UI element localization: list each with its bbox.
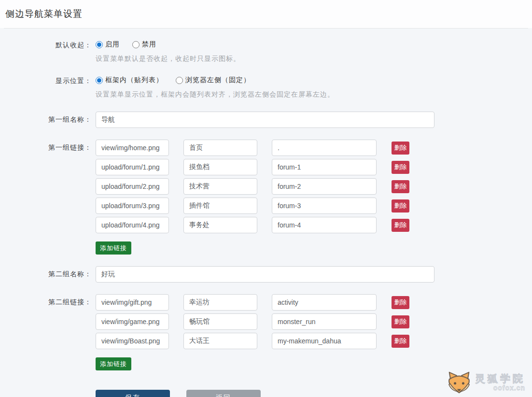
group2-links-label: 第二组链接： xyxy=(0,294,92,307)
group1-delete-button[interactable]: 删除 xyxy=(392,219,409,232)
group1-name-input[interactable] xyxy=(96,112,434,128)
position-option-label: 框架内（贴列表） xyxy=(105,76,163,85)
position-label: 显示位置： xyxy=(0,76,92,85)
group1-link-row: 删除 xyxy=(96,217,409,233)
group2-link-icon-input[interactable] xyxy=(96,333,169,349)
position-option-label: 浏览器左侧（固定） xyxy=(185,76,251,85)
group1-link-title-input[interactable] xyxy=(183,159,257,175)
group1-link-url-input[interactable] xyxy=(272,159,377,175)
group1-delete-button[interactable]: 删除 xyxy=(392,142,409,155)
group1-link-title-input[interactable] xyxy=(183,217,257,233)
position-help-row: 设置菜单显示位置，框架内会随列表对齐，浏览器左侧会固定在屏幕左边。 xyxy=(0,90,532,99)
watermark-name: 灵狐学院 xyxy=(475,373,525,384)
collapse-help-text: 设置菜单默认是否收起，收起时只显示图标。 xyxy=(96,55,240,63)
group1-link-icon-input[interactable] xyxy=(96,217,169,233)
group2-link-row: 删除 xyxy=(96,333,409,349)
collapse-setting-row: 默认收起： 启用禁用 xyxy=(0,40,532,50)
group2-link-url-input[interactable] xyxy=(272,313,377,330)
group1-link-url-input[interactable] xyxy=(272,198,377,214)
group1-links-row: 第一组链接： 删除删除删除删除删除 添加链接 xyxy=(0,140,532,266)
group2-link-title-input[interactable] xyxy=(183,313,257,330)
group1-links-list: 删除删除删除删除删除 xyxy=(96,140,409,236)
group1-link-title-input[interactable] xyxy=(183,198,257,214)
group1-link-url-input[interactable] xyxy=(272,217,377,233)
group2-link-url-input[interactable] xyxy=(272,333,377,349)
group2-link-row: 删除 xyxy=(96,294,409,311)
collapse-radio-group: 启用禁用 xyxy=(96,40,169,49)
group1-link-icon-input[interactable] xyxy=(96,140,169,156)
position-option-1[interactable]: 浏览器左侧（固定） xyxy=(176,76,251,85)
group2-link-icon-input[interactable] xyxy=(96,294,169,311)
group1-link-icon-input[interactable] xyxy=(96,178,169,195)
position-help-text: 设置菜单显示位置，框架内会随列表对齐，浏览器左侧会固定在屏幕左边。 xyxy=(96,90,335,99)
group2-add-link-button[interactable]: 添加链接 xyxy=(96,357,131,370)
group2-links-row: 第二组链接： 删除删除删除 添加链接 xyxy=(0,294,532,382)
collapse-option-label: 启用 xyxy=(105,40,120,49)
group1-link-row: 删除 xyxy=(96,140,409,156)
group1-delete-button[interactable]: 删除 xyxy=(392,199,409,213)
group2-name-input[interactable] xyxy=(96,266,434,283)
save-button[interactable]: 保存 xyxy=(96,390,170,397)
collapse-option-0[interactable]: 启用 xyxy=(96,40,120,49)
position-radio-0[interactable] xyxy=(96,77,103,84)
group2-delete-button[interactable]: 删除 xyxy=(392,315,409,328)
group1-link-title-input[interactable] xyxy=(183,178,257,195)
collapse-help-row: 设置菜单默认是否收起，收起时只显示图标。 xyxy=(0,55,532,63)
watermark-site: oofox.cn xyxy=(493,384,525,392)
page-header: 侧边导航菜单设置 xyxy=(0,0,532,28)
watermark: 灵狐学院 oofox.cn xyxy=(446,371,525,394)
group1-link-url-input[interactable] xyxy=(272,140,377,156)
position-radio-1[interactable] xyxy=(176,77,183,84)
group2-link-row: 删除 xyxy=(96,313,409,330)
group2-delete-button[interactable]: 删除 xyxy=(392,296,409,309)
back-button[interactable]: 返回 xyxy=(186,390,261,397)
group2-link-title-input[interactable] xyxy=(183,294,257,311)
group1-link-icon-input[interactable] xyxy=(96,198,169,214)
group2-name-row: 第二组名称： xyxy=(0,266,532,283)
position-option-0[interactable]: 框架内（贴列表） xyxy=(96,76,163,85)
group2-link-icon-input[interactable] xyxy=(96,313,169,330)
group1-link-row: 删除 xyxy=(96,178,409,195)
group1-name-row: 第一组名称： xyxy=(0,112,532,128)
collapse-radio-0[interactable] xyxy=(96,41,103,48)
group1-add-link-button[interactable]: 添加链接 xyxy=(96,241,131,255)
collapse-label: 默认收起： xyxy=(0,40,92,50)
fox-logo-icon xyxy=(446,371,472,394)
position-setting-row: 显示位置： 框架内（贴列表）浏览器左侧（固定） xyxy=(0,76,532,85)
group2-link-title-input[interactable] xyxy=(183,333,257,349)
group1-delete-button[interactable]: 删除 xyxy=(392,161,409,174)
group2-links-list: 删除删除删除 xyxy=(96,294,409,352)
group1-links-label: 第一组链接： xyxy=(0,140,92,152)
group1-name-label: 第一组名称： xyxy=(0,112,92,124)
group1-link-row: 删除 xyxy=(96,159,409,175)
page-title: 侧边导航菜单设置 xyxy=(5,8,83,20)
settings-form: 默认收起： 启用禁用 设置菜单默认是否收起，收起时只显示图标。 显示位置： 框架… xyxy=(0,28,532,397)
collapse-option-1[interactable]: 禁用 xyxy=(132,40,156,49)
group2-name-label: 第二组名称： xyxy=(0,266,92,279)
group2-link-url-input[interactable] xyxy=(272,294,377,311)
group2-delete-button[interactable]: 删除 xyxy=(392,335,409,348)
group1-link-icon-input[interactable] xyxy=(96,159,169,175)
collapse-radio-1[interactable] xyxy=(132,41,140,48)
collapse-option-label: 禁用 xyxy=(142,40,156,49)
group1-link-url-input[interactable] xyxy=(272,178,377,195)
group1-delete-button[interactable]: 删除 xyxy=(392,180,409,193)
group1-link-row: 删除 xyxy=(96,198,409,214)
group1-link-title-input[interactable] xyxy=(183,140,257,156)
position-radio-group: 框架内（贴列表）浏览器左侧（固定） xyxy=(96,76,263,85)
